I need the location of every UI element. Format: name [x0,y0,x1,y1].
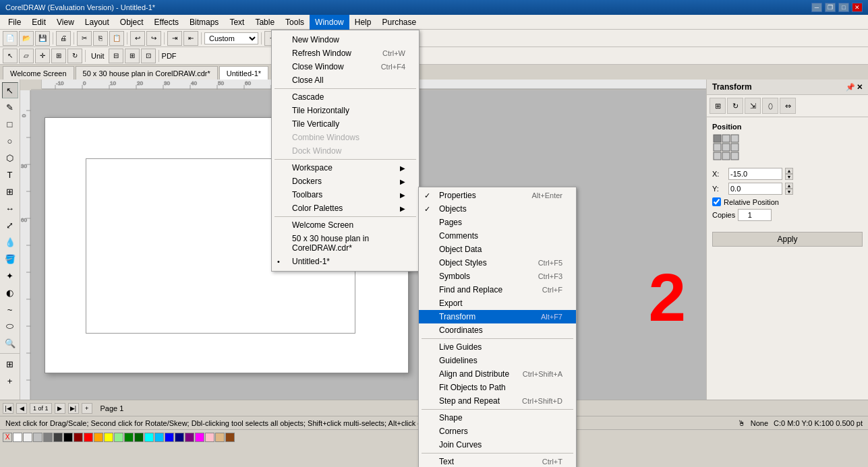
sub-transform[interactable]: Transform Alt+F7 [419,310,576,323]
dimension-tool[interactable]: ↔ [2,200,18,216]
zoom-selector[interactable]: Custom 100% 75% 50% [204,32,258,44]
burlywood-swatch[interactable] [215,433,225,442]
menu-object[interactable]: Object [115,15,149,30]
menu-tile-v[interactable]: Tile Vertically [272,117,419,131]
panel-controls[interactable]: 📌 ✕ [846,83,863,92]
menu-new-window[interactable]: New Window [272,33,419,46]
x-decrement[interactable]: ▼ [785,174,793,180]
menu-table[interactable]: Table [250,15,280,30]
window-dropdown-menu[interactable]: New Window Refresh Window Ctrl+W Close W… [271,30,419,272]
menu-text[interactable]: Text [224,15,250,30]
cyan-swatch[interactable] [144,433,154,442]
menu-refresh-window[interactable]: Refresh Window Ctrl+W [272,46,419,60]
blue-swatch[interactable] [165,433,174,442]
menu-workspace[interactable]: Workspace ▶ [272,161,419,175]
table-tool[interactable]: ⊞ [2,183,18,199]
white-swatch[interactable] [13,433,22,442]
sub-comments[interactable]: Comments [419,229,576,243]
select-tool[interactable]: ↖ [3,49,18,63]
snap-button[interactable]: ⊟ [109,49,123,63]
apply-button[interactable]: Apply [712,232,863,247]
transparency-tool[interactable]: ◐ [2,284,18,301]
menu-dockers[interactable]: Dockers ▶ [272,175,419,188]
connector-tool[interactable]: ⤢ [2,217,18,233]
sub-export[interactable]: Export [419,297,576,310]
silver-swatch[interactable] [33,433,42,442]
freehand-tool[interactable]: ✎ [2,99,18,115]
panel-close-icon[interactable]: ✕ [857,83,863,92]
menu-close-window[interactable]: Close Window Ctrl+F4 [272,60,419,73]
sub-fit-objects[interactable]: Fit Objects to Path [419,381,576,394]
restore-button[interactable]: ❐ [825,3,836,12]
first-page-button[interactable]: |◀ [3,403,13,414]
sub-guidelines[interactable]: Guidelines [419,354,576,367]
menu-bitmaps[interactable]: Bitmaps [184,15,224,30]
menu-welcome-screen[interactable]: Welcome Screen [272,218,419,232]
red-swatch[interactable] [84,433,93,442]
cut-button[interactable]: ✂ [77,31,92,46]
menu-help[interactable]: Help [349,15,377,30]
copies-input[interactable] [738,209,772,221]
sub-pages[interactable]: Pages [419,216,576,229]
dockers-submenu-panel[interactable]: ✓ Properties Alt+Enter ✓ Objects Pages C… [418,187,577,467]
relative-position-checkbox[interactable] [712,197,721,206]
magenta-swatch[interactable] [195,433,204,442]
save-button[interactable]: 💾 [35,31,50,46]
y-decrement[interactable]: ▼ [785,189,793,195]
add-page-tool[interactable]: + [2,373,18,389]
menu-cascade[interactable]: Cascade [272,90,419,104]
menu-effects[interactable]: Effects [149,15,184,30]
light-gray-swatch[interactable] [23,433,32,442]
x-increment[interactable]: ▲ [785,168,793,174]
transform-skew-icon[interactable]: ⬯ [762,98,778,114]
sub-coordinates[interactable]: Coordinates [419,323,576,337]
sub-object-data[interactable]: Object Data [419,243,576,256]
rotate-tool[interactable]: ↻ [67,49,82,63]
menu-untitled[interactable]: • Untitled-1* [272,255,419,268]
x-value-input[interactable] [728,168,782,180]
green-swatch[interactable] [124,433,134,442]
menu-color-palettes[interactable]: Color Palettes ▶ [272,201,419,215]
grid-button[interactable]: ⊞ [125,49,140,63]
tab-welcome[interactable]: Welcome Screen [3,66,74,80]
menu-combine-windows[interactable]: Combine Windows [272,131,419,144]
blend-tool[interactable]: ⬭ [2,318,18,334]
tab-house-plan[interactable]: 50 x 30 house plan in CorelDRAW.cdr* [76,66,218,80]
next-page-button[interactable]: ▶ [55,403,65,414]
smudge-tool[interactable]: ~ [2,301,18,317]
sub-corners[interactable]: Corners [419,425,576,438]
sub-object-styles[interactable]: Object Styles Ctrl+F5 [419,256,576,270]
sub-align-distribute[interactable]: Align and Distribute Ctrl+Shift+A [419,367,576,381]
ellipse-tool[interactable]: ○ [2,133,18,149]
import-button[interactable]: ⇥ [167,31,182,46]
sub-text[interactable]: Text Ctrl+T [419,455,576,467]
sub-objects[interactable]: ✓ Objects [419,202,576,216]
snap-toggle[interactable]: ⊞ [2,356,18,372]
tab-untitled[interactable]: Untitled-1* [219,66,268,80]
sub-symbols[interactable]: Symbols Ctrl+F3 [419,270,576,283]
guide-button[interactable]: ⊡ [141,49,156,63]
open-button[interactable]: 📂 [19,31,34,46]
y-value-input[interactable] [728,183,782,195]
sub-shape[interactable]: Shape [419,411,576,425]
gray-swatch[interactable] [43,433,53,442]
menu-view[interactable]: View [51,15,80,30]
dark-gray-swatch[interactable] [53,433,63,442]
maximize-button[interactable]: □ [838,3,849,12]
y-spinner[interactable]: ▲ ▼ [785,183,793,195]
undo-button[interactable]: ↩ [130,31,145,46]
menu-house-plan[interactable]: 50 x 30 house plan in CorelDRAW.cdr* [272,232,419,255]
export-button[interactable]: ⇤ [183,31,198,46]
menu-tools[interactable]: Tools [280,15,310,30]
menu-dock-window[interactable]: Dock Window [272,144,419,158]
close-button[interactable]: ✕ [852,3,863,12]
sub-live-guides[interactable]: Live Guides [419,340,576,354]
dark-green-swatch[interactable] [134,433,144,442]
add-page-button[interactable]: + [82,403,92,414]
paste-button[interactable]: 📋 [109,31,124,46]
sub-join-curves[interactable]: Join Curves [419,438,576,452]
orange-swatch[interactable] [94,433,103,442]
print-button[interactable]: 🖨 [56,31,71,46]
menu-file[interactable]: File [3,15,26,30]
dark-red-swatch[interactable] [74,433,83,442]
